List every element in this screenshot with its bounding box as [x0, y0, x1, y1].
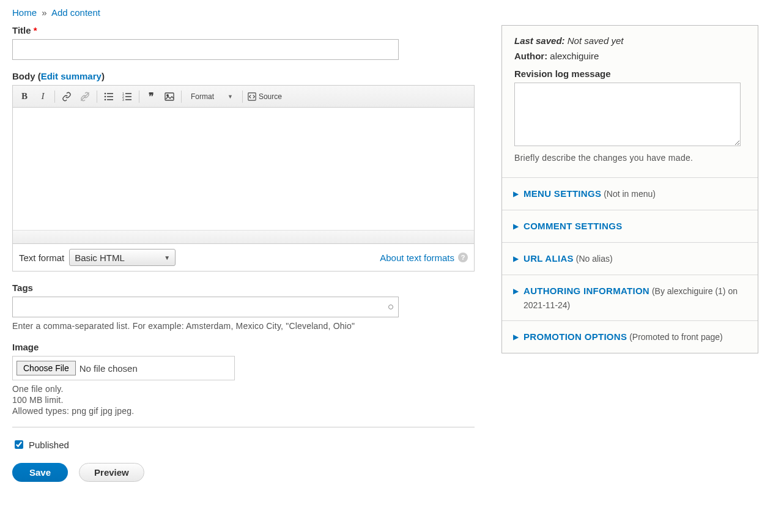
last-saved-value: Not saved yet — [568, 35, 624, 46]
text-format-label: Text format — [19, 253, 64, 263]
blockquote-icon[interactable]: ❞ — [144, 90, 158, 103]
file-input-wrap: Choose File No file chosen — [12, 356, 235, 380]
title-input[interactable] — [12, 39, 399, 60]
accordion-hint: (No alias) — [576, 254, 613, 264]
sidebar-box: Last saved: Not saved yet Author: alexch… — [501, 25, 758, 353]
revision-log-textarea[interactable] — [514, 83, 741, 146]
bold-button[interactable]: B — [18, 90, 31, 103]
triangle-right-icon: ▶ — [513, 188, 519, 200]
svg-point-5 — [105, 98, 106, 100]
accordion-comment-settings[interactable]: ▶ COMMENT SETTINGS — [502, 210, 758, 242]
accordion-hint: (Not in menu) — [604, 189, 656, 199]
title-field: Title * — [12, 25, 477, 60]
bullet-list-icon[interactable] — [102, 90, 116, 103]
image-field: Image Choose File No file chosen One fil… — [12, 342, 477, 416]
svg-point-14 — [167, 94, 169, 96]
accordion-promotion-options[interactable]: ▶ PROMOTION OPTIONS (Promoted to front p… — [502, 320, 758, 353]
published-row: Published — [12, 438, 477, 451]
title-label-text: Title — [12, 25, 31, 35]
author-row: Author: alexchiguire — [514, 51, 745, 61]
triangle-right-icon: ▶ — [513, 221, 519, 232]
rich-text-editor: B I 123 — [12, 85, 475, 244]
accordion-title: AUTHORING INFORMATION — [523, 286, 649, 296]
tags-help: Enter a comma-separated list. For exampl… — [12, 321, 477, 331]
choose-file-button[interactable]: Choose File — [17, 361, 76, 375]
toolbar-separator — [139, 91, 139, 103]
last-saved-row: Last saved: Not saved yet — [514, 35, 745, 46]
accordion: ▶ MENU SETTINGS (Not in menu) ▶ COMMENT … — [502, 178, 758, 353]
source-button-label: Source — [259, 92, 282, 101]
autocomplete-icon — [388, 305, 393, 309]
meta-section: Last saved: Not saved yet Author: alexch… — [502, 26, 758, 178]
title-label: Title * — [12, 25, 477, 35]
divider — [12, 427, 475, 427]
italic-button[interactable]: I — [36, 90, 50, 103]
editor-footer — [13, 230, 474, 243]
body-field: Body (Edit summary) B I — [12, 71, 477, 272]
svg-text:3: 3 — [122, 98, 124, 102]
image-label: Image — [12, 342, 477, 352]
revision-label: Revision log message — [514, 68, 745, 79]
body-label: Body (Edit summary) — [12, 71, 477, 81]
toolbar-separator — [242, 91, 243, 103]
svg-point-1 — [105, 92, 106, 94]
chevron-down-icon: ▼ — [164, 254, 170, 261]
main-form: Title * Body (Edit summary) B I — [12, 25, 477, 482]
chevron-down-icon: ▼ — [227, 94, 233, 100]
link-icon[interactable] — [60, 90, 73, 103]
help-icon[interactable]: ? — [458, 253, 468, 262]
svg-rect-8 — [125, 93, 131, 94]
form-actions: Save Preview — [12, 463, 477, 482]
breadcrumb-separator: » — [39, 7, 49, 18]
tags-label: Tags — [12, 283, 477, 293]
svg-rect-4 — [107, 96, 113, 97]
editor-body[interactable] — [13, 108, 474, 230]
image-help-2: 100 MB limit. — [12, 395, 477, 405]
preview-button[interactable]: Preview — [79, 463, 144, 482]
source-button[interactable]: Source — [248, 92, 282, 101]
file-status: No file chosen — [80, 363, 138, 374]
breadcrumb: Home » Add content — [12, 7, 750, 18]
revision-row: Revision log message Briefly describe th… — [514, 68, 745, 163]
save-button[interactable]: Save — [12, 463, 68, 482]
toolbar-separator — [181, 91, 182, 103]
svg-rect-2 — [107, 93, 113, 94]
toolbar-separator — [97, 91, 97, 103]
svg-point-3 — [105, 95, 106, 97]
triangle-right-icon: ▶ — [513, 253, 519, 265]
last-saved-label: Last saved: — [514, 35, 565, 46]
image-help-3: Allowed types: png gif jpg jpeg. — [12, 406, 477, 416]
accordion-hint: (Promoted to front page) — [629, 332, 723, 342]
unlink-icon[interactable] — [78, 90, 92, 103]
about-text-formats-link[interactable]: About text formats — [380, 253, 454, 263]
text-format-bar: Text format Basic HTML ▼ About text form… — [12, 244, 475, 272]
tags-field: Tags Enter a comma-separated list. For e… — [12, 283, 477, 331]
triangle-right-icon: ▶ — [513, 331, 519, 343]
svg-rect-12 — [125, 99, 131, 100]
breadcrumb-add-content[interactable]: Add content — [51, 7, 100, 18]
required-marker: * — [34, 25, 37, 35]
accordion-menu-settings[interactable]: ▶ MENU SETTINGS (Not in menu) — [502, 178, 758, 210]
format-dropdown[interactable]: Format ▼ — [187, 92, 237, 102]
svg-rect-6 — [107, 99, 113, 100]
author-label: Author: — [514, 51, 547, 61]
svg-rect-10 — [125, 96, 131, 97]
image-icon[interactable] — [163, 90, 176, 103]
toolbar-separator — [54, 91, 55, 103]
accordion-title: URL ALIAS — [523, 253, 574, 264]
published-checkbox[interactable] — [15, 440, 23, 449]
tags-input[interactable] — [12, 297, 399, 317]
accordion-authoring-info[interactable]: ▶ AUTHORING INFORMATION (By alexchiguire… — [502, 275, 758, 320]
text-format-value: Basic HTML — [75, 253, 125, 263]
revision-help: Briefly describe the changes you have ma… — [514, 153, 745, 163]
sidebar: Last saved: Not saved yet Author: alexch… — [501, 25, 758, 482]
edit-summary-link[interactable]: Edit summary — [41, 71, 102, 81]
editor-toolbar: B I 123 — [13, 86, 474, 108]
accordion-title: MENU SETTINGS — [523, 188, 601, 199]
text-format-select[interactable]: Basic HTML ▼ — [69, 249, 176, 266]
accordion-title: COMMENT SETTINGS — [523, 221, 622, 231]
numbered-list-icon[interactable]: 123 — [120, 90, 134, 103]
format-dropdown-label: Format — [191, 92, 214, 101]
breadcrumb-home[interactable]: Home — [12, 7, 37, 18]
accordion-url-alias[interactable]: ▶ URL ALIAS (No alias) — [502, 242, 758, 275]
